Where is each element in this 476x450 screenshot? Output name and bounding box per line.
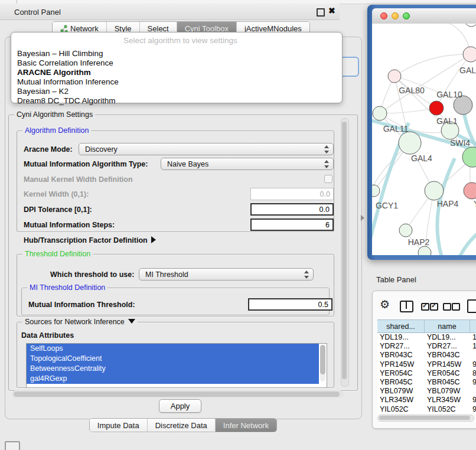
dropdown-item-dream8-dc-tdc-algorithm[interactable]: Dream8 DC_TDC Algorithm — [17, 96, 336, 106]
node-label: GAL11 — [383, 124, 409, 133]
dpi-tolerance-field[interactable] — [250, 203, 334, 216]
splitpane-collapse-arrow[interactable] — [361, 215, 364, 221]
mi-type-value: Naive Bayes — [167, 160, 208, 168]
minimize-window-icon[interactable] — [392, 12, 399, 19]
network-node-y[interactable] — [464, 182, 476, 199]
deselect-all-checkbox-icon[interactable] — [443, 303, 451, 311]
settings-horizontal-scrollbar[interactable] — [12, 390, 344, 398]
network-node-gal[interactable] — [463, 47, 476, 62]
select-all-checkbox-icon[interactable] — [430, 303, 438, 311]
table-row[interactable]: YBR043CYBR043C — [377, 351, 476, 360]
scrollbar-thumb[interactable] — [14, 392, 340, 397]
expanded-arrow-icon — [128, 319, 135, 324]
attribute-item-gal4rgexp[interactable]: gal4RGexp — [27, 374, 319, 384]
table-cell: YDL19... — [425, 333, 470, 342]
node-label: SWI4 — [450, 138, 470, 148]
dropdown-item-mutual-information-inference[interactable]: Mutual Information Inference — [17, 77, 336, 87]
network-node-gcy1[interactable] — [372, 185, 380, 197]
network-node-gal80[interactable] — [388, 70, 401, 83]
column-header-shared[interactable]: shared... — [377, 320, 425, 332]
table-cell: YLR345W — [425, 396, 470, 405]
table-row[interactable]: YER054CYER054C8. — [377, 369, 476, 378]
apply-button[interactable]: Apply — [159, 399, 201, 413]
network-node[interactable] — [429, 101, 444, 115]
network-canvas[interactable]: GALGAL80GAL10GAL11GAL1SWI4GAL4GCY1HAP4YH… — [372, 24, 476, 255]
which-threshold-combobox[interactable]: MI Threshold — [139, 268, 314, 281]
select-all-checkbox-icon[interactable] — [421, 303, 429, 311]
columns-icon[interactable] — [400, 301, 413, 312]
settings-vertical-scrollbar[interactable] — [341, 118, 349, 387]
hub-definition-toggle[interactable]: Hub/Transcription Factor Definition — [24, 236, 156, 244]
mi-threshold-field[interactable] — [248, 298, 332, 311]
kernel-width-field[interactable] — [250, 188, 334, 200]
network-node[interactable] — [418, 246, 431, 255]
network-window: GALGAL80GAL10GAL11GAL1SWI4GAL4GCY1HAP4YH… — [367, 5, 476, 260]
table-cell: YIL052C — [425, 405, 470, 414]
hub-definition-label: Hub/Transcription Factor Definition — [24, 236, 148, 244]
table-cell: YBL079W — [377, 387, 425, 396]
table-cell: YBR043C — [377, 351, 425, 360]
attributes-scrollbar[interactable] — [320, 345, 325, 381]
which-threshold-value: MI Threshold — [145, 270, 188, 279]
new-table-icon[interactable] — [467, 299, 476, 313]
attribute-item-selfloops[interactable]: SelfLoops — [27, 344, 319, 354]
attribute-item-betweennesscentrality[interactable]: BetweennessCentrality — [27, 364, 319, 374]
bottom-tab-discretize-data[interactable]: Discretize Data — [147, 419, 215, 432]
table-row[interactable]: YLR345WYLR345W9. — [377, 396, 476, 405]
table-row[interactable]: YIL052CYIL052C9. — [377, 405, 476, 414]
data-attributes-list[interactable]: SelfLoopsTopologicalCoefficientBetweenne… — [26, 343, 327, 388]
close-window-icon[interactable] — [380, 12, 387, 19]
gear-icon[interactable]: ⚙ — [380, 299, 390, 310]
manual-kernel-checkbox[interactable] — [324, 175, 332, 183]
network-node[interactable] — [465, 24, 476, 27]
mi-steps-field[interactable] — [250, 219, 334, 231]
settings-group-title: Cyni Algorithm Settings — [14, 110, 95, 119]
table-cell — [470, 387, 476, 396]
column-header-extra[interactable] — [470, 320, 476, 332]
scrollbar-thumb[interactable] — [342, 122, 347, 379]
close-panel-icon[interactable]: ✖ — [328, 6, 335, 15]
bottom-tab-label: Discretize Data — [155, 421, 207, 430]
network-edge — [459, 230, 476, 255]
attribute-item-topologicalcoefficient[interactable]: TopologicalCoefficient — [27, 354, 319, 364]
panel-title: Control Panel — [14, 8, 61, 17]
table-row[interactable]: YDL19...YDL19...13 — [377, 333, 476, 342]
dropdown-item-bayesian-k2[interactable]: Bayesian – K2 — [17, 87, 336, 96]
network-node-gal11[interactable] — [373, 106, 387, 120]
network-node-gal4[interactable] — [399, 132, 421, 154]
table-row[interactable]: YPR145WYPR145W9. — [377, 360, 476, 369]
network-node-hap2[interactable] — [399, 224, 412, 237]
dropdown-item-bayesian-hill-climbing[interactable]: Bayesian – Hill Climbing — [17, 49, 336, 58]
scrollbar-thumb[interactable] — [379, 416, 470, 420]
network-node-swi4[interactable] — [462, 147, 476, 167]
mi-steps-label: Mutual Information Steps: — [24, 221, 115, 229]
network-window-titlebar[interactable] — [372, 8, 476, 24]
algorithm-dropdown-popup: Select algorithm to view settings Bayesi… — [11, 32, 343, 103]
table-cell: YER054C — [425, 369, 470, 378]
table-cell: YBR043C — [425, 351, 470, 360]
minimized-panel-icon[interactable] — [5, 441, 20, 450]
table-row[interactable]: YBL079WYBL079W — [377, 387, 476, 396]
sources-title[interactable]: Sources for Network Inference — [22, 318, 138, 326]
bottom-tab-infer-network[interactable]: Infer Network — [215, 419, 276, 432]
bottom-tab-impute-data[interactable]: Impute Data — [90, 419, 147, 432]
zoom-window-icon[interactable] — [403, 12, 410, 19]
scrollbar-thumb[interactable] — [320, 345, 325, 374]
deselect-all-checkbox-icon[interactable] — [452, 303, 460, 311]
table-cell: YBR045C — [425, 378, 470, 387]
table-row[interactable]: YBR045CYBR045C9. — [377, 378, 476, 387]
dropdown-item-basic-correlation-inference[interactable]: Basic Correlation Inference — [17, 58, 336, 68]
float-panel-icon[interactable] — [317, 8, 325, 17]
dropdown-item-aracne-algorithm[interactable]: ARACNE Algorithm — [17, 68, 336, 77]
network-node-hap4[interactable] — [425, 181, 444, 200]
column-header-name[interactable]: name — [425, 320, 470, 332]
table-row[interactable]: YDR27...YDR27...12 — [377, 342, 476, 351]
aracne-mode-value: Discovery — [85, 145, 118, 154]
mi-threshold-group-title: MI Threshold Definition — [27, 283, 107, 292]
mi-type-combobox[interactable]: Naive Bayes — [161, 158, 334, 170]
node-label: GAL4 — [411, 154, 432, 163]
dpi-tolerance-label: DPI Tolerance [0,1]: — [24, 206, 92, 214]
table-cell: 9. — [470, 360, 476, 369]
aracne-mode-combobox[interactable]: Discovery — [79, 143, 334, 155]
table-horizontal-scrollbar[interactable] — [377, 415, 474, 422]
